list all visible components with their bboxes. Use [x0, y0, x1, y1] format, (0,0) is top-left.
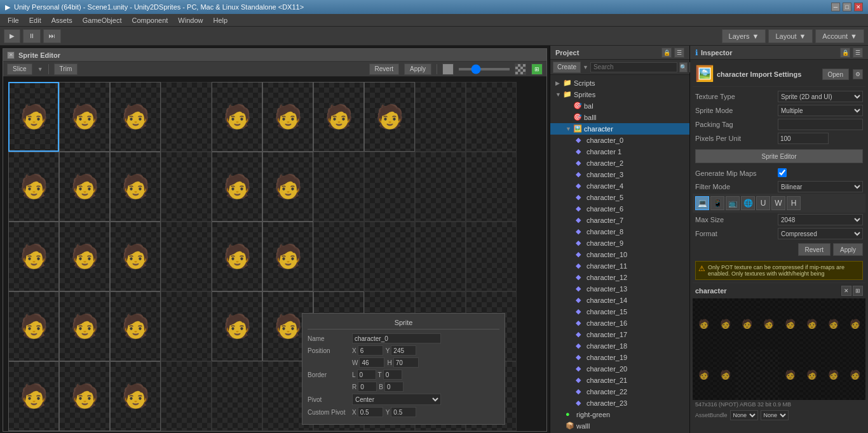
menu-window[interactable]: Window — [173, 15, 208, 25]
tree-item-balll[interactable]: 🎯 balll — [550, 112, 689, 123]
name-input[interactable] — [352, 333, 441, 343]
tree-item-character-14[interactable]: ◆ character_14 — [550, 295, 689, 306]
pause-button[interactable]: ⏸ — [23, 29, 41, 43]
sprite-cell-4-3[interactable] — [161, 361, 212, 431]
tree-item-walll[interactable]: 📦 walll — [550, 420, 689, 432]
texture-type-dropdown[interactable]: Sprite (2D and UI) Default — [778, 91, 863, 102]
step-button[interactable]: ⏭ — [43, 29, 61, 43]
search-input[interactable] — [590, 62, 677, 72]
sprite-cell-3-3[interactable] — [161, 291, 212, 361]
sprite-cell-1-4[interactable]: 🧑 — [212, 152, 262, 222]
sprite-editor-button[interactable]: Sprite Editor — [695, 149, 863, 163]
slice-button[interactable]: Slice — [7, 63, 32, 75]
size-w-input[interactable] — [359, 357, 384, 368]
border-r-input[interactable] — [358, 382, 377, 392]
tree-item-character-9[interactable]: ◆ character_9 — [550, 237, 689, 249]
title-bar-controls[interactable]: ─ □ ✕ — [831, 3, 863, 11]
sprite-cell-3-2[interactable]: 🧑 — [110, 291, 161, 361]
tree-item-character-13[interactable]: ◆ character_13 — [550, 283, 689, 295]
sprite-cell-0-0[interactable]: 🧑 — [8, 82, 59, 152]
tree-item-character-5[interactable]: ◆ character_5 — [550, 192, 689, 203]
sprite-cell-1-5[interactable]: 🧑 — [262, 152, 313, 222]
sprite-canvas[interactable]: 🧑 🧑 🧑 🧑 🧑 🧑 🧑 🧑 🧑 — [3, 77, 546, 431]
sprite-cell-3-1[interactable]: 🧑 — [59, 291, 110, 361]
layout-dropdown[interactable]: Layout ▼ — [768, 29, 813, 43]
inspector-lock-icon[interactable]: 🔒 — [840, 48, 850, 58]
sprite-cell-0-4[interactable]: 🧑 — [212, 82, 262, 152]
sprite-cell-2-3[interactable] — [161, 222, 212, 291]
tree-item-character-0[interactable]: ◆ character_0 — [550, 135, 689, 146]
sprite-cell-2-0[interactable]: 🧑 — [8, 222, 59, 291]
preview-close-icon[interactable]: ✕ — [841, 286, 851, 296]
maximize-button[interactable]: □ — [843, 3, 851, 11]
platform-windows-icon[interactable]: W — [771, 196, 785, 210]
cp-y-input[interactable] — [391, 407, 416, 417]
sprite-cell-0-8[interactable] — [415, 82, 466, 152]
open-button[interactable]: Open — [822, 69, 849, 80]
format-dropdown[interactable]: Compressed RGBA 32 bit ARGB 32 bit — [778, 228, 863, 239]
border-t-input[interactable] — [383, 370, 402, 380]
menu-file[interactable]: File — [3, 15, 24, 25]
sprite-cell-1-9[interactable] — [466, 152, 517, 222]
apply-button[interactable]: Apply — [404, 63, 431, 75]
create-button[interactable]: Create — [553, 62, 581, 73]
sprite-cell-4-2[interactable]: 🧑 — [110, 361, 161, 431]
close-button[interactable]: ✕ — [854, 3, 863, 11]
menu-gameobject[interactable]: GameObject — [78, 15, 127, 25]
sprite-cell-2-8[interactable] — [415, 222, 466, 291]
panel-lock-icon[interactable]: 🔒 — [661, 48, 672, 58]
pixels-per-unit-input[interactable] — [778, 133, 829, 144]
panel-menu-icon[interactable]: ☰ — [674, 48, 684, 58]
packing-tag-input[interactable] — [778, 119, 863, 130]
platform-unity-icon[interactable]: U — [756, 196, 770, 210]
alpha-button[interactable] — [515, 63, 526, 75]
tree-item-character-20[interactable]: ◆ character_20 — [550, 363, 689, 375]
tree-item-character-1[interactable]: ◆ character 1 — [550, 146, 689, 157]
sprite-cell-2-7[interactable] — [364, 222, 415, 291]
menu-component[interactable]: Component — [126, 15, 173, 25]
sprite-cell-4-0[interactable]: 🧑 — [8, 361, 59, 431]
border-l-input[interactable] — [357, 370, 376, 380]
tree-item-character-12[interactable]: ◆ character_12 — [550, 272, 689, 283]
sprite-cell-2-2[interactable]: 🧑 — [110, 222, 161, 291]
tree-item-scripts[interactable]: ▶ 📁 Scripts — [550, 77, 689, 89]
cp-x-input[interactable] — [358, 407, 383, 417]
sprite-editor-close-button[interactable]: ✕ — [7, 51, 15, 59]
sprite-mode-dropdown[interactable]: Multiple Single — [778, 105, 863, 116]
preview-expand-icon[interactable]: ⊞ — [853, 286, 863, 296]
grid-button[interactable]: ⊞ — [531, 63, 543, 75]
sprite-cell-0-1[interactable]: 🧑 — [59, 82, 110, 152]
account-dropdown[interactable]: Account ▼ — [815, 29, 864, 43]
platform-html5-icon[interactable]: H — [787, 196, 801, 210]
gen-mip-maps-checkbox[interactable] — [778, 168, 787, 177]
platform-pc-icon[interactable]: 💻 — [695, 196, 709, 210]
sprite-cell-4-1[interactable]: 🧑 — [59, 361, 110, 431]
tree-item-character-7[interactable]: ◆ character_7 — [550, 215, 689, 226]
sprite-cell-3-0[interactable]: 🧑 — [8, 291, 59, 361]
platform-webgl-icon[interactable]: 🌐 — [741, 196, 755, 210]
sprite-cell-2-5[interactable]: 🧑 — [262, 222, 313, 291]
color-button[interactable] — [442, 63, 454, 75]
tree-item-character-22[interactable]: ◆ character_22 — [550, 386, 689, 397]
tree-item-character-3[interactable]: ◆ character_3 — [550, 169, 689, 180]
tree-item-sprites[interactable]: ▼ 📁 Sprites — [550, 89, 689, 100]
tree-item-character-4[interactable]: ◆ character_4 — [550, 180, 689, 192]
sprite-cell-2-4[interactable]: 🧑 — [212, 222, 262, 291]
minimize-button[interactable]: ─ — [831, 3, 840, 11]
tree-item-character-6[interactable]: ◆ character_6 — [550, 203, 689, 215]
tree-item-character-21[interactable]: ◆ character_21 — [550, 375, 689, 386]
tree-item-character-16[interactable]: ◆ character_16 — [550, 317, 689, 329]
tree-item-character-2[interactable]: ◆ character_2 — [550, 157, 689, 169]
trim-button[interactable]: Trim — [54, 63, 78, 75]
tree-item-right-green[interactable]: ● right-green — [550, 409, 689, 420]
sprite-cell-0-2[interactable]: 🧑 — [110, 82, 161, 152]
revert-button[interactable]: Revert — [369, 63, 399, 75]
max-size-dropdown[interactable]: 2048 1024 4096 — [778, 214, 863, 225]
border-b-input[interactable] — [384, 382, 403, 392]
tree-item-character-11[interactable]: ◆ character_11 — [550, 260, 689, 272]
tree-item-bal[interactable]: 🎯 bal — [550, 100, 689, 112]
sprite-cell-1-6[interactable] — [313, 152, 364, 222]
sprite-cell-1-3[interactable] — [161, 152, 212, 222]
sprite-cell-0-3[interactable] — [161, 82, 212, 152]
play-button[interactable]: ▶ — [4, 29, 20, 43]
